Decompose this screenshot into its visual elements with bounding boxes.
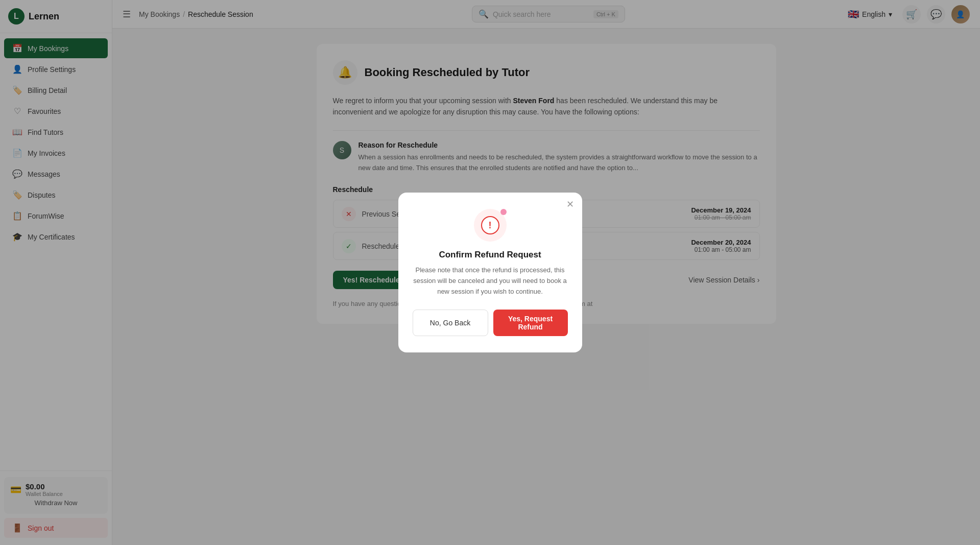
modal-actions: No, Go Back Yes, Request Refund [413,310,568,336]
modal-decoration-dot [500,209,507,215]
modal-icon-wrap: ! [474,209,507,242]
modal-cancel-button[interactable]: No, Go Back [413,310,488,336]
modal-confirm-button[interactable]: Yes, Request Refund [493,310,568,336]
modal-title: Confirm Refund Request [413,250,568,260]
modal-warning-icon: ! [481,216,499,234]
confirm-refund-modal: ✕ ! Confirm Refund Request Please note t… [398,193,582,352]
modal-description: Please note that once the refund is proc… [413,265,568,297]
modal-overlay[interactable]: ✕ ! Confirm Refund Request Please note t… [0,0,980,545]
modal-close-button[interactable]: ✕ [566,200,574,209]
